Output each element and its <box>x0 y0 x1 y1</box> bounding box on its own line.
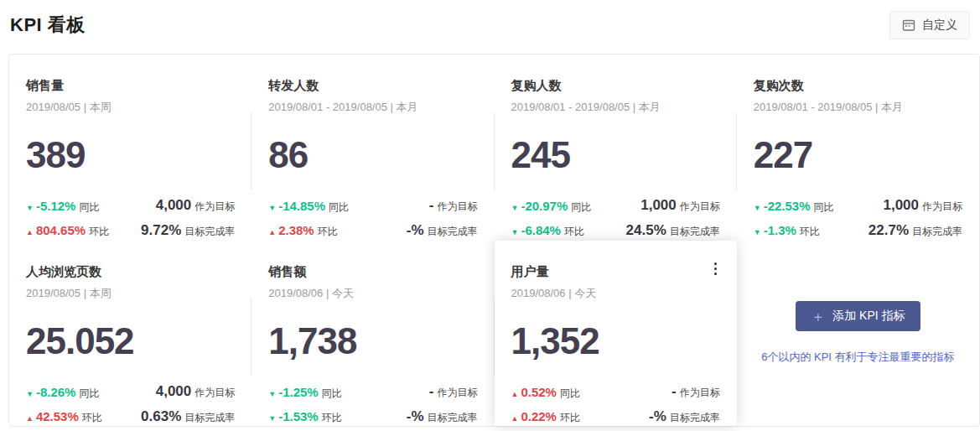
yoy-row: ▲ 0.52% 同比 <box>511 385 580 401</box>
card-metrics: ▼ -5.12% 同比 ▲ 804.65% 环比 4,000 作为目标 9.72… <box>26 197 235 239</box>
card-date-range: 2019/08/05 | 本周 <box>26 100 235 115</box>
card-date-range: 2019/08/01 - 2019/08/05 | 本月 <box>511 100 720 115</box>
yoy-value: -8.26% <box>36 385 76 399</box>
kpi-card-repurchase-users[interactable]: 复购人数 2019/08/01 - 2019/08/05 | 本月 245 ▼ … <box>495 55 737 241</box>
target-value: 1,000 <box>883 197 919 214</box>
kpi-card-repurchase-times[interactable]: 复购次数 2019/08/01 - 2019/08/05 | 本月 227 ▼ … <box>737 55 979 241</box>
yoy-label: 同比 <box>571 200 591 215</box>
trend-arrow-icon: ▼ <box>268 390 276 398</box>
card-metrics: ▼ -22.53% 同比 ▼ -1.3% 环比 1,000 作为目标 22.7%… <box>754 197 962 239</box>
target-label: 作为目标 <box>680 200 720 214</box>
card-value: 227 <box>754 134 962 176</box>
target-row: - 作为目标 <box>429 197 478 214</box>
add-kpi-button[interactable]: ＋ 添加 KPI 指标 <box>796 301 920 331</box>
card-value: 86 <box>268 134 477 176</box>
trend-column: ▼ -22.53% 同比 ▼ -1.3% 环比 <box>754 199 834 239</box>
card-metrics: ▼ -8.26% 同比 ▲ 42.53% 环比 4,000 作为目标 0.63%… <box>26 383 235 425</box>
yoy-value: -1.25% <box>278 385 319 399</box>
completion-row: 22.7% 目标完成率 <box>869 222 962 239</box>
card-date-range: 2019/08/06 | 今天 <box>511 286 720 301</box>
plus-icon: ＋ <box>811 309 825 324</box>
mom-label: 环比 <box>322 411 342 425</box>
kpi-card-pages-per-user[interactable]: 人均浏览页数 2019/08/05 | 本周 25.052 ▼ -8.26% 同… <box>9 241 251 427</box>
trend-arrow-icon: ▲ <box>511 414 519 423</box>
trend-arrow-icon: ▼ <box>26 390 34 398</box>
trend-arrow-icon: ▼ <box>268 414 276 423</box>
completion-value: 0.63% <box>141 408 181 425</box>
card-value: 25.052 <box>26 320 235 362</box>
mom-row: ▼ -1.53% 环比 <box>268 409 341 425</box>
mom-value: -1.3% <box>764 223 796 237</box>
calendar-icon <box>902 18 915 32</box>
add-kpi-hint: 6个以内的 KPI 有利于专注最重要的指标 <box>761 350 954 365</box>
target-label: 作为目标 <box>194 200 235 214</box>
mom-row: ▲ 804.65% 环比 <box>26 223 109 239</box>
mom-row: ▲ 42.53% 环比 <box>26 409 102 425</box>
target-row: 1,000 作为目标 <box>640 197 720 214</box>
card-date-range: 2019/08/06 | 今天 <box>268 286 477 301</box>
yoy-row: ▼ -22.53% 同比 <box>754 199 834 215</box>
trend-column: ▲ 0.52% 同比 ▲ 0.22% 环比 <box>511 385 580 425</box>
completion-value: -% <box>407 222 424 239</box>
kpi-card-sales-volume[interactable]: 销售量 2019/08/05 | 本周 389 ▼ -5.12% 同比 ▲ 80… <box>9 55 251 241</box>
completion-row: -% 目标完成率 <box>649 408 720 425</box>
mom-label: 环比 <box>318 225 338 239</box>
trend-column: ▼ -14.85% 同比 ▲ 2.38% 环比 <box>268 199 349 239</box>
yoy-row: ▼ -8.26% 同比 <box>26 385 102 401</box>
target-value: 4,000 <box>156 197 192 214</box>
completion-label: 目标完成率 <box>184 411 235 425</box>
kpi-panel: 销售量 2019/08/05 | 本周 389 ▼ -5.12% 同比 ▲ 80… <box>8 54 980 427</box>
card-value: 389 <box>26 134 235 176</box>
mom-value: 2.38% <box>278 223 314 237</box>
target-row: 1,000 作为目标 <box>883 197 962 214</box>
mom-value: -1.53% <box>278 409 319 423</box>
completion-label: 目标完成率 <box>428 225 478 239</box>
completion-label: 目标完成率 <box>912 225 962 239</box>
goal-column: 1,000 作为目标 22.7% 目标完成率 <box>869 197 962 239</box>
kpi-card-sales-amount[interactable]: 销售额 2019/08/06 | 今天 1,738 ▼ -1.25% 同比 ▼ … <box>251 241 494 427</box>
target-label: 作为目标 <box>438 386 478 400</box>
trend-column: ▼ -8.26% 同比 ▲ 42.53% 环比 <box>26 385 102 425</box>
card-value: 1,352 <box>511 320 720 362</box>
card-metrics: ▼ -20.97% 同比 ▼ -6.84% 环比 1,000 作为目标 24.5… <box>511 197 720 239</box>
trend-arrow-icon: ▼ <box>511 228 519 236</box>
target-value: - <box>429 197 434 214</box>
trend-column: ▼ -1.25% 同比 ▼ -1.53% 环比 <box>268 385 341 425</box>
target-label: 作为目标 <box>922 200 962 214</box>
yoy-value: -14.85% <box>278 199 325 213</box>
yoy-row: ▼ -20.97% 同比 <box>511 199 592 215</box>
mom-row: ▼ -6.84% 环比 <box>511 223 592 239</box>
trend-arrow-icon: ▼ <box>754 204 761 212</box>
kpi-card-user-count[interactable]: 用户量 2019/08/06 | 今天 1,352 ▲ 0.52% 同比 ▲ 0… <box>495 241 737 427</box>
card-metrics: ▼ -14.85% 同比 ▲ 2.38% 环比 - 作为目标 -% 目标完成率 <box>268 197 477 239</box>
card-title: 销售额 <box>268 264 477 280</box>
completion-row: -% 目标完成率 <box>407 222 478 239</box>
mom-value: 804.65% <box>36 223 86 237</box>
target-value: - <box>671 383 677 400</box>
trend-arrow-icon: ▲ <box>268 228 276 236</box>
goal-column: - 作为目标 -% 目标完成率 <box>649 383 720 425</box>
goal-column: 4,000 作为目标 0.63% 目标完成率 <box>141 383 235 425</box>
completion-value: -% <box>407 408 424 425</box>
customize-button[interactable]: 自定义 <box>889 11 970 39</box>
yoy-label: 同比 <box>79 387 99 401</box>
trend-arrow-icon: ▼ <box>268 204 276 212</box>
card-metrics: ▼ -1.25% 同比 ▼ -1.53% 环比 - 作为目标 -% 目标完成率 <box>268 383 477 425</box>
card-menu-kebab-icon[interactable] <box>713 261 718 277</box>
card-title: 复购人数 <box>511 78 720 94</box>
card-title: 销售量 <box>26 78 235 94</box>
completion-row: -% 目标完成率 <box>407 408 478 425</box>
completion-value: 22.7% <box>869 222 909 239</box>
card-date-range: 2019/08/01 - 2019/08/05 | 本月 <box>268 100 477 115</box>
yoy-value: 0.52% <box>521 385 557 399</box>
target-value: 1,000 <box>640 197 677 214</box>
completion-value: 24.5% <box>626 222 666 239</box>
target-row: - 作为目标 <box>671 383 720 400</box>
mom-row: ▲ 2.38% 环比 <box>268 223 349 239</box>
target-label: 作为目标 <box>680 386 720 400</box>
yoy-row: ▼ -1.25% 同比 <box>268 385 341 401</box>
card-value: 1,738 <box>268 320 477 362</box>
mom-label: 环比 <box>82 411 102 425</box>
trend-arrow-icon: ▲ <box>511 390 519 398</box>
kpi-card-forward-users[interactable]: 转发人数 2019/08/01 - 2019/08/05 | 本月 86 ▼ -… <box>251 55 494 241</box>
